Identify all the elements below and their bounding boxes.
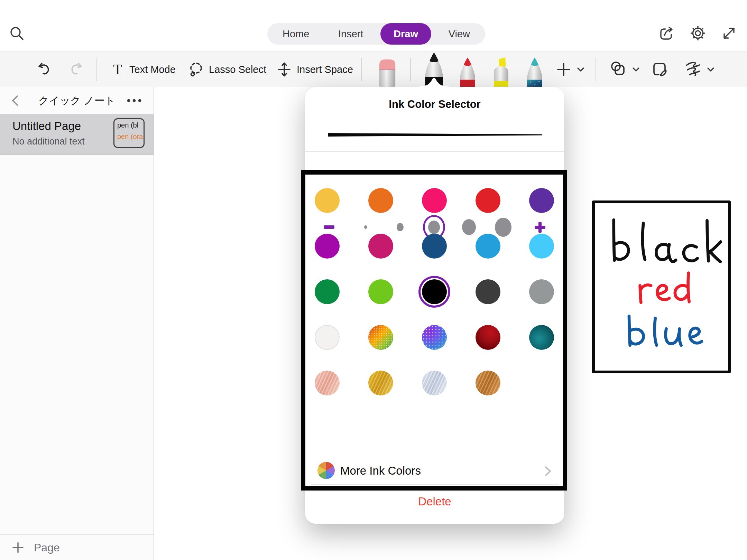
ink-swatch-dark-gray[interactable]	[476, 279, 500, 304]
text-mode-icon: T	[110, 61, 125, 78]
ribbon-tab-bar: Home Insert Draw View	[267, 23, 485, 45]
add-page-button[interactable]: Page	[0, 534, 154, 560]
ribbon-divider	[96, 58, 97, 81]
tab-insert[interactable]: Insert	[326, 23, 375, 45]
insert-space-icon	[276, 61, 293, 78]
ink-swatch-black[interactable]	[422, 279, 447, 304]
insert-space-label: Insert Space	[297, 64, 353, 75]
ink-swatch-gold[interactable]	[368, 371, 393, 395]
ink-swatch-orange[interactable]	[368, 188, 393, 213]
thumbnail-ink-line: pen (bl	[117, 121, 144, 129]
more-ink-colors-row[interactable]: More Ink Colors	[305, 458, 564, 484]
ink-replay-icon	[684, 60, 702, 78]
ink-swatch-white[interactable]	[315, 325, 340, 350]
ribbon-divider	[596, 58, 596, 81]
red-pen-tool[interactable]	[455, 56, 480, 87]
ink-swatch-green[interactable]	[315, 279, 340, 304]
search-icon[interactable]	[8, 25, 25, 41]
ink-swatch-light-blue[interactable]	[529, 234, 554, 259]
text-mode-button[interactable]: T Text Mode	[110, 52, 176, 87]
chevron-down-icon	[631, 65, 640, 74]
page-list-sidebar: クイック ノート Untitled Page No additional tex…	[0, 87, 154, 560]
onenote-app: Home Insert Draw View	[0, 0, 747, 560]
tab-view[interactable]: View	[437, 23, 482, 45]
ink-swatch-rainbow-glitter[interactable]	[368, 325, 393, 350]
handwritten-word-red	[640, 273, 689, 302]
shapes-icon	[609, 60, 627, 78]
more-options-icon[interactable]	[125, 96, 143, 105]
undo-button[interactable]	[36, 52, 53, 87]
ink-swatch-raspberry[interactable]	[368, 234, 393, 259]
plus-icon	[11, 541, 25, 554]
ink-swatch-light-green[interactable]	[368, 279, 393, 304]
ribbon-divider	[361, 58, 362, 81]
chevron-right-icon	[543, 465, 553, 477]
chevron-down-icon	[576, 65, 585, 74]
svg-text:T: T	[113, 62, 122, 77]
insert-space-button[interactable]: Insert Space	[276, 52, 353, 87]
ink-swatch-galaxy[interactable]	[422, 325, 447, 350]
page-title: Untitled Page	[12, 120, 81, 133]
expand-icon[interactable]	[721, 26, 737, 41]
eraser-tool[interactable]	[376, 59, 398, 87]
draw-ribbon: T Text Mode Lasso Select Insert Space	[0, 51, 747, 87]
lasso-select-button[interactable]: Lasso Select	[187, 52, 266, 87]
page-thumbnail: pen (bl pen (ora	[113, 118, 145, 148]
popup-callout-arrow	[419, 76, 449, 88]
yellow-highlighter-tool[interactable]	[488, 56, 514, 87]
lasso-icon	[187, 61, 205, 78]
lasso-select-label: Lasso Select	[209, 64, 266, 75]
handwriting-annotation-box	[592, 200, 731, 373]
sidebar-header: クイック ノート	[0, 87, 154, 114]
settings-gear-icon[interactable]	[690, 25, 706, 41]
tab-home[interactable]: Home	[271, 23, 321, 45]
notebook-title: クイック ノート	[38, 94, 116, 108]
ink-swatch-red[interactable]	[476, 188, 500, 213]
ink-swatch-silver[interactable]	[422, 371, 447, 395]
more-ink-colors-label: More Ink Colors	[340, 464, 421, 477]
tab-draw[interactable]: Draw	[380, 23, 431, 45]
add-page-label: Page	[34, 541, 60, 554]
ink-swatch-blue[interactable]	[476, 234, 500, 259]
ink-swatch-ruby[interactable]	[476, 325, 500, 350]
share-icon[interactable]	[658, 25, 675, 41]
color-wheel-icon	[317, 462, 335, 479]
add-pen-button[interactable]	[555, 52, 585, 87]
ink-replay-button[interactable]	[684, 52, 715, 87]
ink-swatch-copper[interactable]	[476, 371, 500, 395]
ink-swatch-dark-blue[interactable]	[422, 234, 447, 259]
galaxy-pen-tool[interactable]	[522, 56, 547, 87]
text-mode-label: Text Mode	[129, 64, 176, 75]
ink-swatch-magenta[interactable]	[315, 234, 340, 259]
ribbon-divider	[410, 58, 411, 81]
ink-swatch-purple[interactable]	[529, 188, 554, 213]
page-subtitle: No additional text	[12, 136, 85, 147]
top-bar: Home Insert Draw View	[0, 0, 747, 51]
thumbnail-ink-line: pen (ora	[117, 133, 144, 141]
ink-swatch-rose-gold[interactable]	[315, 371, 340, 395]
ink-color-selector-popup: Ink Color Selector More Ink Colors Delet…	[305, 87, 564, 524]
ink-color-grid	[305, 87, 564, 454]
handwritten-word-blue	[629, 316, 702, 345]
chevron-down-icon	[706, 65, 715, 74]
ink-swatch-gray[interactable]	[529, 279, 554, 304]
divider	[311, 484, 559, 485]
ink-to-shape-button[interactable]	[651, 52, 668, 87]
handwritten-word-black	[614, 220, 721, 262]
ink-swatch-teal-marble[interactable]	[529, 325, 554, 350]
page-list-item[interactable]: Untitled Page No additional text pen (bl…	[0, 114, 154, 155]
ink-swatch-yellow[interactable]	[315, 188, 340, 213]
back-chevron-icon[interactable]	[9, 94, 21, 107]
shapes-button[interactable]	[609, 52, 640, 87]
ink-swatch-pink[interactable]	[422, 188, 447, 213]
delete-pen-button[interactable]: Delete	[305, 495, 564, 508]
redo-button[interactable]	[68, 52, 84, 87]
ink-note-icon	[651, 61, 668, 78]
